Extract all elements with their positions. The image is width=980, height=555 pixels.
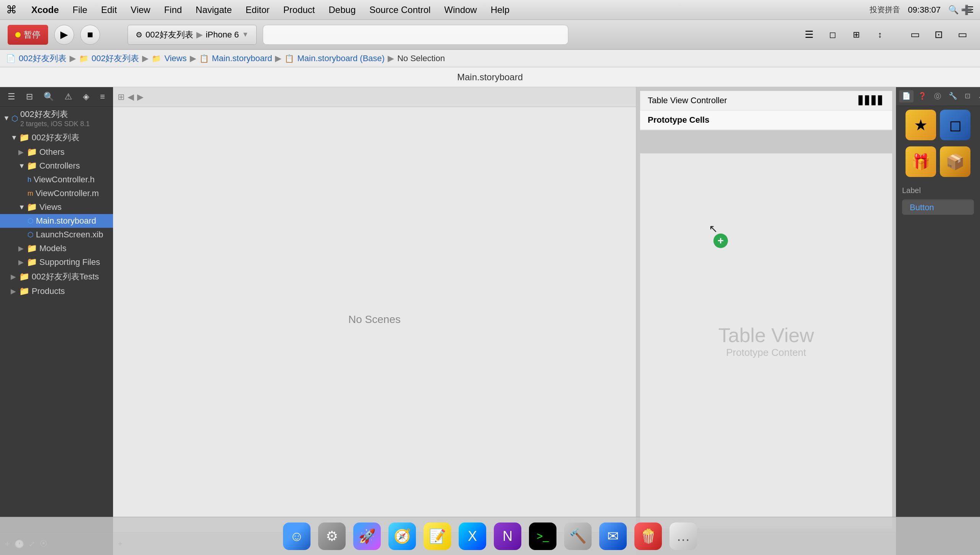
inspector-connections-icon[interactable]: ↗ — [975, 90, 980, 102]
dock-safari[interactable]: 🧭 — [388, 523, 416, 550]
dock-launchpad[interactable]: 🚀 — [353, 523, 381, 550]
dock-finder[interactable]: ☺ — [283, 523, 310, 550]
tree-item-models[interactable]: ▶ 📁 Models — [0, 242, 113, 255]
panel-center-button[interactable]: ⊡ — [929, 25, 949, 45]
dock-settings[interactable]: ⚙ — [318, 523, 346, 550]
tree-item-root[interactable]: ▼ ⬡ 002好友列表 2 targets, iOS SDK 8.1 — [0, 107, 113, 130]
tree-item-others[interactable]: ▶ 📁 Others — [0, 145, 113, 159]
folder-icon: 📁 — [27, 257, 37, 267]
navigator-icon-folder[interactable]: ☰ — [5, 90, 18, 103]
menu-navigate[interactable]: Navigate — [189, 2, 239, 18]
menu-editor[interactable]: Editor — [239, 2, 277, 18]
library-row2: 🎁 📦 — [899, 146, 977, 177]
tree-item-products[interactable]: ▶ 📁 Products — [0, 284, 113, 298]
navigator-toggle-button[interactable]: ☰ — [799, 25, 819, 45]
prototype-cells-bar[interactable]: Prototype Cells — [640, 110, 892, 130]
dock-mail[interactable]: ✉ — [599, 523, 627, 550]
scheme-selector[interactable]: ⚙ 002好友列表 ▶ iPhone 6 ▼ — [128, 25, 257, 45]
inspector-attr-icon[interactable]: 🔧 — [946, 90, 960, 102]
file-m-icon: m — [27, 190, 33, 198]
supporting-files-label: Supporting Files — [39, 257, 100, 267]
menu-source-control[interactable]: Source Control — [362, 2, 437, 18]
tree-item-tests[interactable]: ▶ 📁 002好友列表Tests — [0, 269, 113, 284]
menu-window[interactable]: Window — [437, 2, 484, 18]
tree-item-main-folder[interactable]: ▼ 📁 002好友列表 — [0, 130, 113, 145]
table-view-area[interactable]: Table View Prototype Content ↖ + — [640, 154, 892, 528]
breadcrumb-selection[interactable]: No Selection — [397, 54, 445, 63]
dock-xtools[interactable]: 🔨 — [564, 523, 592, 550]
editor-nav: ⊞ ◀ ▶ — [113, 87, 636, 107]
stop-button[interactable]: 暂停 — [8, 25, 48, 45]
breadcrumb-icon4: 📋 — [199, 54, 209, 63]
ui-button3[interactable]: ↕ — [870, 25, 890, 45]
tree-item-supporting[interactable]: ▶ 📁 Supporting Files — [0, 255, 113, 269]
play-button[interactable]: ▶ — [54, 25, 74, 45]
ui-button2[interactable]: ⊞ — [846, 25, 866, 45]
menu-debug[interactable]: Debug — [322, 2, 363, 18]
breadcrumb-icon5: 📋 — [285, 54, 294, 63]
library-icon-cube1[interactable]: 🎁 — [906, 146, 936, 177]
dock-onenote[interactable]: N — [494, 523, 521, 550]
panel-right-button[interactable]: ▭ — [953, 25, 972, 45]
menu-edit[interactable]: Edit — [94, 2, 124, 18]
editor-grid-button[interactable]: ⊞ — [118, 92, 125, 102]
library-icon-view[interactable]: ◻ — [940, 110, 970, 140]
xcode-icon: X — [468, 528, 477, 544]
dock-xcode[interactable]: X — [459, 523, 486, 550]
add-editor-icon[interactable]: ➕ — [961, 5, 972, 15]
navigator-icon-warning[interactable]: ⚠ — [61, 90, 75, 103]
inspector-size-icon[interactable]: ⊡ — [962, 90, 974, 102]
button-widget[interactable]: Button — [902, 200, 974, 215]
breadcrumb-base[interactable]: Main.storyboard (Base) — [297, 54, 385, 63]
sidebar-header: ☰ ⊟ 🔍 ⚠ ◈ ≡ ◻ 💬 — [0, 87, 113, 107]
navigator-icon-log[interactable]: ≡ — [97, 90, 108, 103]
dock-terminal[interactable]: >_ — [529, 523, 556, 550]
search-input[interactable] — [263, 25, 568, 45]
menu-file[interactable]: File — [66, 2, 94, 18]
menu-find[interactable]: Find — [157, 2, 189, 18]
panel-left-button[interactable]: ▭ — [905, 25, 925, 45]
tree-item-views[interactable]: ▼ 📁 Views — [0, 200, 113, 214]
menu-xcode[interactable]: Xcode — [24, 2, 66, 18]
breadcrumb-folder[interactable]: 002好友列表 — [92, 53, 139, 64]
canvas-area[interactable]: Table View Controller ▋▋▋▋ Prototype Cel… — [636, 87, 896, 532]
input-method[interactable]: 投资拼音 — [870, 5, 900, 15]
menu-view[interactable]: View — [124, 2, 157, 18]
breadcrumb-storyboard[interactable]: Main.storyboard — [212, 54, 272, 63]
tree-item-controllers[interactable]: ▼ 📁 Controllers — [0, 159, 113, 173]
notes-icon: 📝 — [429, 528, 446, 544]
tree-item-main-storyboard[interactable]: ⬡ Main.storyboard — [0, 214, 113, 228]
stop-square-button[interactable]: ■ — [80, 25, 100, 45]
apple-menu[interactable]: ⌘ — [6, 3, 17, 16]
ui-button1[interactable]: ◻ — [823, 25, 843, 45]
clock: 09:38:07 — [908, 5, 941, 15]
tree-item-viewcontroller-m[interactable]: m ViewController.m — [0, 187, 113, 200]
tree-item-launchscreen[interactable]: ⬡ LaunchScreen.xib — [0, 228, 113, 242]
dock-popcorn[interactable]: 🍿 — [634, 523, 662, 550]
breadcrumb-icon2: 📁 — [79, 54, 89, 63]
navigator-icon-breakpoint[interactable]: ◈ — [80, 90, 92, 103]
dock-more[interactable]: … — [670, 523, 697, 550]
menu-help[interactable]: Help — [484, 2, 516, 18]
back-arrow-icon[interactable]: ◀ — [128, 92, 134, 102]
breadcrumb-views[interactable]: Views — [164, 54, 186, 63]
inspector-file-icon[interactable]: 📄 — [899, 90, 914, 102]
library-item-2[interactable]: ◻ — [940, 110, 970, 140]
navigator-icon-search[interactable]: 🔍 — [40, 90, 57, 103]
library-item-1[interactable]: ★ — [906, 110, 936, 140]
search-menu-icon[interactable]: 🔍 — [948, 5, 959, 15]
dock-notes[interactable]: 📝 — [424, 523, 451, 550]
inspector-identity-icon[interactable]: ⓪ — [931, 90, 944, 102]
library-icon-star[interactable]: ★ — [906, 110, 936, 140]
library-area: ★ ◻ 🎁 📦 Label Button — [896, 106, 980, 555]
navigator-icon-git[interactable]: ⊟ — [23, 90, 36, 103]
add-element-button[interactable]: + — [713, 234, 728, 248]
tree-item-viewcontroller-h[interactable]: h ViewController.h — [0, 173, 113, 187]
folder-icon: 📁 — [27, 202, 37, 212]
library-icon-cube2[interactable]: 📦 — [940, 146, 970, 177]
breadcrumb-project[interactable]: 002好友列表 — [19, 53, 66, 64]
forward-arrow-icon[interactable]: ▶ — [137, 92, 144, 102]
dock: ☺ ⚙ 🚀 🧭 📝 X N >_ 🔨 ✉ 🍿 … — [0, 517, 980, 555]
menu-product[interactable]: Product — [277, 2, 322, 18]
inspector-quick-icon[interactable]: ❓ — [915, 90, 930, 102]
